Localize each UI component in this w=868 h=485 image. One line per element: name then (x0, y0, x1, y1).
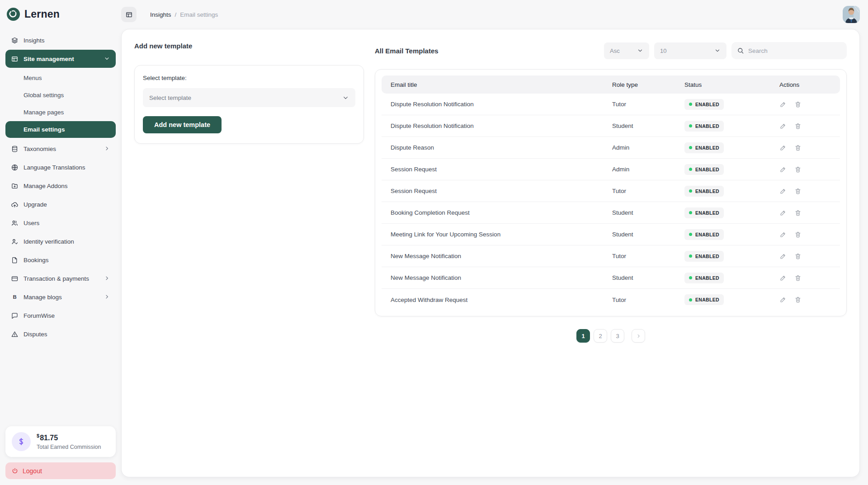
table-body: Dispute Resolution NotificationTutorENAB… (382, 94, 840, 311)
brand-logo[interactable]: Lernen (5, 0, 116, 28)
trash-icon (794, 188, 802, 195)
delete-button[interactable] (794, 188, 802, 195)
email-title-cell: Session Request (382, 166, 612, 173)
user-avatar[interactable] (843, 6, 860, 23)
sidebar-item-identity-verification[interactable]: Identity verification (5, 232, 116, 250)
delete-button[interactable] (794, 253, 802, 260)
email-title-cell: Meeting Link for Your Upcoming Session (382, 231, 612, 238)
edit-button[interactable] (779, 101, 787, 108)
email-templates-table: Email title Role type Status Actions Dis… (375, 69, 847, 316)
templates-heading: All Email Templates (375, 47, 439, 55)
edit-button[interactable] (779, 166, 787, 173)
next-page-button[interactable] (632, 329, 645, 343)
add-template-heading: Add new template (134, 42, 364, 50)
delete-button[interactable] (794, 166, 802, 173)
delete-button[interactable] (794, 122, 802, 130)
trash-icon (794, 296, 802, 303)
sidebar-item-transaction-payments[interactable]: Transaction & payments (5, 269, 116, 287)
sidebar-subnav: MenusGlobal settingsManage pagesEmail se… (5, 68, 116, 139)
trash-icon (794, 274, 802, 282)
sidebar-item-site-management[interactable]: Site management (5, 50, 116, 68)
edit-button[interactable] (779, 274, 787, 282)
status-dot-icon (689, 146, 692, 149)
lernen-logo-icon (6, 7, 20, 21)
credit-card-icon (10, 274, 19, 283)
layout-icon (10, 55, 19, 63)
status-label: ENABLED (695, 167, 719, 172)
trash-icon (794, 231, 802, 238)
delete-button[interactable] (794, 101, 802, 108)
delete-button[interactable] (794, 274, 802, 282)
role-type-cell: Admin (612, 166, 684, 173)
delete-button[interactable] (794, 296, 802, 303)
edit-button[interactable] (779, 144, 787, 151)
sidebar-subitem-manage-pages[interactable]: Manage pages (5, 104, 116, 121)
per-page-select[interactable]: 10 (654, 42, 726, 59)
trash-icon (794, 166, 802, 173)
table-row: Session RequestTutorENABLED (382, 180, 840, 202)
page-button-2[interactable]: 2 (594, 329, 607, 343)
edit-button[interactable] (779, 296, 787, 303)
page-button-3[interactable]: 3 (611, 329, 624, 343)
delete-button[interactable] (794, 209, 802, 217)
pencil-icon (779, 296, 787, 303)
sidebar-item-disputes[interactable]: Disputes (5, 325, 116, 343)
sort-select[interactable]: Asc (604, 42, 649, 59)
email-title-cell: New Message Notification (382, 274, 612, 281)
sidebar-item-forumwise[interactable]: ForumWise (5, 306, 116, 325)
pagination: 123 (375, 329, 847, 343)
breadcrumb: Insights / Email settings (150, 11, 218, 18)
sidebar-item-bookings[interactable]: Bookings (5, 251, 116, 269)
logout-button[interactable]: Logout (5, 462, 116, 479)
role-type-cell: Tutor (612, 297, 684, 303)
sidebar-item-upgrade[interactable]: Upgrade (5, 195, 116, 213)
table-row: Session RequestAdminENABLED (382, 159, 840, 180)
status-cell: ENABLED (684, 294, 779, 305)
edit-button[interactable] (779, 253, 787, 260)
sidebar-item-label: Upgrade (24, 201, 111, 208)
actions-cell (779, 188, 840, 195)
sidebar-item-language-translations[interactable]: Language Translations (5, 158, 116, 176)
sidebar-item-manage-addons[interactable]: Manage Addons (5, 177, 116, 195)
status-dot-icon (689, 189, 692, 193)
status-label: ENABLED (695, 275, 719, 281)
sidebar-item-label: Taxonomies (24, 146, 99, 152)
template-select[interactable]: Select template (143, 88, 355, 107)
sidebar-subitem-global-settings[interactable]: Global settings (5, 87, 116, 104)
edit-button[interactable] (779, 209, 787, 217)
actions-cell (779, 144, 840, 151)
status-dot-icon (689, 254, 692, 258)
delete-button[interactable] (794, 231, 802, 238)
page-button-1[interactable]: 1 (576, 329, 590, 343)
sidebar-item-users[interactable]: Users (5, 214, 116, 232)
commission-label: Total Earned Commission (37, 444, 101, 450)
sidebar-item-taxonomies[interactable]: Taxonomies (5, 140, 116, 158)
sidebar-item-insights[interactable]: Insights (5, 31, 116, 49)
edit-button[interactable] (779, 188, 787, 195)
column-role-type: Role type (612, 81, 684, 88)
delete-button[interactable] (794, 144, 802, 151)
search-input[interactable] (748, 47, 841, 54)
sidebar-subitem-email-settings[interactable]: Email settings (5, 121, 116, 138)
status-dot-icon (689, 211, 692, 214)
status-cell: ENABLED (684, 99, 779, 110)
edit-button[interactable] (779, 231, 787, 238)
sidebar-subitem-menus[interactable]: Menus (5, 70, 116, 86)
status-dot-icon (689, 298, 692, 301)
status-cell: ENABLED (684, 142, 779, 153)
sidebar-item-manage-blogs[interactable]: BManage blogs (5, 288, 116, 306)
chevron-down-icon (104, 55, 111, 62)
sidebar-item-label: Bookings (24, 257, 111, 264)
sidebar-toggle-button[interactable] (121, 7, 137, 22)
status-cell: ENABLED (684, 121, 779, 132)
breadcrumb-insights[interactable]: Insights (150, 11, 171, 18)
pencil-icon (779, 101, 787, 108)
warning-icon (10, 330, 19, 338)
pencil-icon (779, 144, 787, 151)
add-template-button[interactable]: Add new template (143, 116, 222, 133)
trash-icon (794, 101, 802, 108)
email-title-cell: Accepted Withdraw Request (382, 297, 612, 303)
edit-button[interactable] (779, 122, 787, 130)
column-actions: Actions (779, 81, 840, 88)
status-label: ENABLED (695, 102, 719, 107)
